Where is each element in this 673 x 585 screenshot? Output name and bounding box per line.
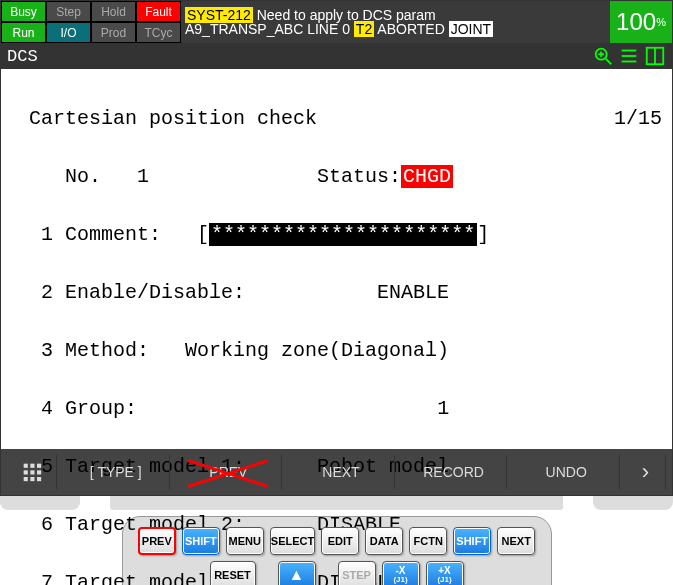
key-edit[interactable]: EDIT — [321, 527, 359, 555]
status-value: CHGD — [401, 165, 453, 188]
alarm-message: SYST-212 Need to apply to DCS param A9_T… — [181, 1, 610, 43]
key-step[interactable]: STEP — [338, 561, 376, 585]
list-item[interactable]: 4 Group: 1 — [29, 394, 662, 423]
fault-chip: Fault — [136, 1, 181, 22]
page-header: Cartesian position check1/15 — [29, 104, 662, 133]
task-state: ABORTED — [377, 21, 444, 37]
svg-rect-10 — [30, 464, 34, 468]
key-select[interactable]: SELECT — [270, 527, 315, 555]
pendant-lip — [0, 496, 673, 510]
override-pct: 100% — [610, 1, 672, 43]
svg-rect-14 — [37, 470, 41, 474]
list-item[interactable]: 2 Enable/Disable: ENABLE — [29, 278, 662, 307]
key-reset[interactable]: RESET — [210, 561, 256, 585]
svg-rect-9 — [23, 464, 27, 468]
content-area: Cartesian position check1/15 No. 1 Statu… — [1, 69, 672, 449]
mode-t2: T2 — [354, 21, 374, 37]
key-arrow-up[interactable]: ▲ — [278, 561, 316, 585]
svg-rect-15 — [23, 477, 27, 481]
softkey-bar: [ TYPE ] PREV NEXT RECORD UNDO › — [1, 449, 672, 495]
key-shift-l[interactable]: SHIFT — [182, 527, 220, 555]
prod-chip: Prod — [91, 22, 136, 43]
title-bar: DCS — [1, 43, 672, 69]
io-chip: I/O — [46, 22, 91, 43]
screen-title: DCS — [7, 48, 38, 65]
tcyc-chip: TCyc — [136, 22, 181, 43]
svg-rect-13 — [30, 470, 34, 474]
status-bar: Busy Run Step I/O Hold Prod Fault TCyc S… — [1, 1, 672, 43]
menu-icon[interactable] — [618, 45, 640, 67]
softkey-record[interactable]: RECORD — [401, 455, 508, 489]
key-data[interactable]: DATA — [365, 527, 403, 555]
zoom-icon[interactable] — [592, 45, 614, 67]
no-status-row: No. 1 Status:CHGD — [29, 162, 662, 191]
key-shift-r[interactable]: SHIFT — [453, 527, 491, 555]
svg-rect-16 — [30, 477, 34, 481]
jog-mode: JOINT — [449, 21, 493, 37]
busy-chip: Busy — [1, 1, 46, 22]
key-fctn[interactable]: FCTN — [409, 527, 447, 555]
softkey-more-icon[interactable]: › — [626, 455, 666, 489]
key-next[interactable]: NEXT — [497, 527, 535, 555]
list-item[interactable]: 3 Method: Working zone(Diagonal) — [29, 336, 662, 365]
softkey-undo[interactable]: UNDO — [513, 455, 620, 489]
key-jog-plus-x[interactable]: +X(J1) — [426, 561, 464, 585]
key-jog-minus-x[interactable]: -X(J1) — [382, 561, 420, 585]
svg-line-1 — [606, 59, 612, 65]
key-prev[interactable]: PREV — [138, 527, 176, 555]
run-chip: Run — [1, 22, 46, 43]
key-menu[interactable]: MENU — [226, 527, 264, 555]
hold-chip: Hold — [91, 1, 136, 22]
svg-rect-17 — [37, 477, 41, 481]
teach-pendant-screen: Busy Run Step I/O Hold Prod Fault TCyc S… — [0, 0, 673, 496]
softkey-type[interactable]: [ TYPE ] — [63, 455, 170, 489]
list-item[interactable]: 1 Comment: [**********************] — [29, 220, 662, 249]
pager: 1/15 — [614, 104, 662, 133]
svg-rect-12 — [23, 470, 27, 474]
keypad-button[interactable] — [7, 455, 57, 489]
svg-rect-11 — [37, 464, 41, 468]
step-chip: Step — [46, 1, 91, 22]
program-name: A9_TRANSP_ABC LINE 0 — [185, 21, 350, 37]
layout-icon[interactable] — [644, 45, 666, 67]
softkey-next[interactable]: NEXT — [288, 455, 395, 489]
softkey-prev[interactable]: PREV — [176, 455, 283, 489]
